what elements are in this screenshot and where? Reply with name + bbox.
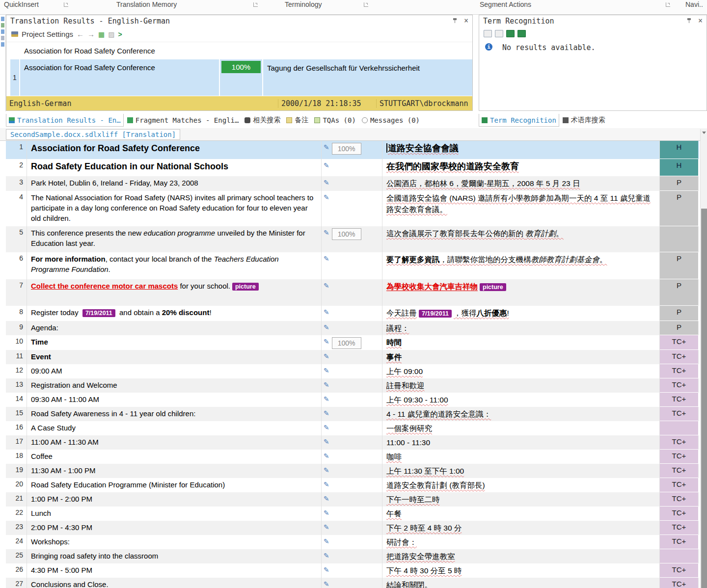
target-cell[interactable]: 道路安全教育計劃 (教育部長) <box>382 478 660 492</box>
source-cell[interactable]: Road Safety Education Programme (Ministe… <box>27 478 322 492</box>
segment-number[interactable]: 20 <box>6 478 27 492</box>
source-cell[interactable]: Lunch <box>27 507 322 521</box>
dialog-launcher-icon[interactable] <box>64 2 68 7</box>
target-cell[interactable]: 上午 09:30 - 11:00 <box>382 393 660 407</box>
source-cell[interactable]: Collect the conference motor car mascots… <box>27 279 322 306</box>
source-cell[interactable]: Event <box>27 350 322 364</box>
target-cell[interactable]: 下午 4 時 30 分至 5 時 <box>382 563 660 578</box>
source-cell[interactable]: Bringing road safety into the classroom <box>27 549 322 563</box>
dialog-launcher-icon[interactable] <box>666 2 670 7</box>
dialog-launcher-icon[interactable] <box>253 2 258 7</box>
segment-number[interactable]: 21 <box>6 492 27 507</box>
vertical-scrollbar[interactable] <box>700 129 707 588</box>
source-cell[interactable]: Road Safety Education in our National Sc… <box>27 159 322 176</box>
left-dock-strip[interactable] <box>0 15 6 111</box>
source-cell[interactable]: 2:00 PM - 4:30 PM <box>27 521 322 535</box>
segment-number[interactable]: 3 <box>6 176 27 191</box>
target-cell[interactable]: 註冊和歡迎 <box>382 378 660 393</box>
source-cell[interactable]: Workshops: <box>27 535 322 549</box>
segment-number[interactable]: 8 <box>6 306 27 321</box>
segment-number[interactable]: 19 <box>6 464 27 478</box>
segment-number[interactable]: 26 <box>6 563 27 578</box>
segment-number[interactable]: 12 <box>6 364 27 378</box>
target-cell[interactable]: 這次會議展示了教育部長去年公佈的新的 教育計劃。 <box>382 226 660 252</box>
back-arrow-icon[interactable]: ← <box>77 30 84 38</box>
source-cell[interactable]: Registration and Welcome <box>27 378 322 393</box>
segment-number[interactable]: 14 <box>6 393 27 407</box>
close-icon[interactable]: × <box>464 17 468 25</box>
source-cell[interactable]: Coffee <box>27 450 322 464</box>
source-cell[interactable]: Road Safety Awareness in 4 - 11 year old… <box>27 407 322 421</box>
target-cell[interactable]: 午餐 <box>382 507 660 521</box>
segment-number[interactable]: 10 <box>6 335 27 350</box>
source-cell[interactable]: 09:00 AM <box>27 364 322 378</box>
segment-number[interactable]: 13 <box>6 378 27 393</box>
source-cell[interactable]: 11:00 AM - 11:30 AM <box>27 435 322 450</box>
tab-messages[interactable]: Messages (0) <box>359 114 422 127</box>
expand-chevron-icon[interactable]: > <box>118 30 122 38</box>
source-cell[interactable]: This conference presents the new educati… <box>27 226 322 252</box>
forward-arrow-icon[interactable]: → <box>87 30 95 38</box>
source-cell[interactable]: 4:30 PM - 5:00 PM <box>27 563 322 578</box>
target-cell[interactable]: 公園酒店，都柏林 6，愛爾蘭-星期五，2008 年 5 月 23 日 <box>382 176 660 191</box>
tab-comments[interactable]: 备注 <box>284 114 311 127</box>
source-cell[interactable]: The National Association for Road Safety… <box>27 191 322 226</box>
tab-tqa[interactable]: TQAs (0) <box>312 114 358 127</box>
target-cell[interactable]: 道路安全協會會議 <box>382 141 660 159</box>
target-cell[interactable]: 上午 11:30 至下午 1:00 <box>382 464 660 478</box>
target-cell[interactable]: 研討會： <box>382 535 660 549</box>
target-cell[interactable]: 在我們的國家學校的道路安全教育 <box>382 159 660 176</box>
tab-term-recognition[interactable]: Term Recognition <box>479 114 559 127</box>
apply-translation-icon[interactable]: ▦ <box>98 31 105 38</box>
segment-number[interactable]: 4 <box>6 191 27 226</box>
target-cell[interactable]: 把道路安全帶進教室 <box>382 549 660 563</box>
target-cell[interactable]: 全國道路安全協會 (NARS) 邀請所有小學教師參加為期一天的 4 至 11 歲… <box>382 191 660 226</box>
dock-tab-icon[interactable] <box>1 17 4 21</box>
target-cell[interactable]: 11:00 - 11:30 <box>382 435 660 450</box>
document-tab[interactable]: SecondSample.docx.sdlxliff [Translation] <box>6 129 180 140</box>
source-cell[interactable]: A Case Study <box>27 421 322 435</box>
target-cell[interactable]: 4 - 11 歲兒童的道路安全意識： <box>382 407 660 421</box>
segment-number[interactable]: 7 <box>6 279 27 306</box>
target-cell[interactable]: 結論和關閉。 <box>382 578 660 588</box>
segment-number[interactable]: 23 <box>6 521 27 535</box>
target-cell[interactable]: 今天註冊7/19/2011，獲得八折優惠! <box>382 306 660 321</box>
tab-termbase-search[interactable]: 术语库搜索 <box>560 114 608 127</box>
source-cell[interactable]: Agenda: <box>27 321 322 335</box>
target-cell[interactable]: 要了解更多資訊，請聯繫你當地的分支機構教師教育計劃基金會。 <box>382 252 660 279</box>
source-cell[interactable]: Time <box>27 335 322 350</box>
dock-tab-icon[interactable] <box>1 23 4 27</box>
target-cell[interactable]: 議程： <box>382 321 660 335</box>
target-cell[interactable]: 下午 2 時至 4 時 30 分 <box>382 521 660 535</box>
segment-number[interactable]: 11 <box>6 350 27 364</box>
target-cell[interactable]: 下午一時至二時 <box>382 492 660 507</box>
dialog-launcher-icon[interactable] <box>364 2 368 7</box>
source-cell[interactable]: For more information, contact your local… <box>27 252 322 279</box>
segment-number[interactable]: 25 <box>6 549 27 563</box>
pin-icon[interactable] <box>687 18 691 24</box>
tab-translation-results[interactable]: Translation Results - En… <box>6 114 124 127</box>
scrollbar-down-button[interactable] <box>701 132 707 138</box>
source-cell[interactable]: Park Hotel, Dublin 6, Ireland - Friday, … <box>27 176 322 191</box>
target-cell[interactable]: 事件 <box>382 350 660 364</box>
term-view-icon[interactable] <box>484 30 492 37</box>
pin-icon[interactable] <box>453 18 457 24</box>
term-hitlist-settings-icon[interactable] <box>495 30 503 37</box>
segment-number[interactable]: 24 <box>6 535 27 549</box>
segment-number[interactable]: 16 <box>6 421 27 435</box>
toolbar-options-icon[interactable]: ▨ <box>108 31 114 38</box>
target-cell[interactable]: 時間 <box>382 335 660 350</box>
segment-number[interactable]: 1 <box>6 141 27 159</box>
tab-fragment-matches[interactable]: Fragment Matches - Engli… <box>125 114 242 127</box>
source-cell[interactable]: Association for Road Safety Conference <box>27 141 322 159</box>
segment-number[interactable]: 15 <box>6 407 27 421</box>
segment-number[interactable]: 5 <box>6 226 27 252</box>
dock-tab-icon[interactable] <box>1 36 4 40</box>
project-settings-button[interactable]: Project Settings <box>22 30 73 38</box>
target-cell[interactable]: 上午 09:00 <box>382 364 660 378</box>
dock-tab-icon[interactable] <box>1 29 4 34</box>
segment-number[interactable]: 17 <box>6 435 27 450</box>
segment-number[interactable]: 2 <box>6 159 27 176</box>
segment-number[interactable]: 9 <box>6 321 27 335</box>
source-cell[interactable]: 1:00 PM - 2:00 PM <box>27 492 322 507</box>
